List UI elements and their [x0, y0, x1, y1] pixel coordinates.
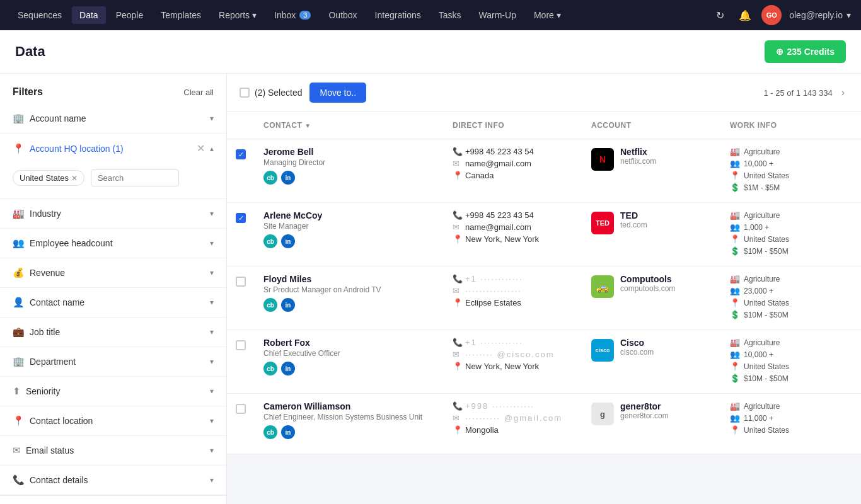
industry-icon-4: 🏭 — [730, 401, 740, 411]
nav-templates[interactable]: Templates — [153, 6, 209, 24]
nav-integrations[interactable]: Integrations — [367, 6, 429, 24]
refresh-icon[interactable]: ↻ — [711, 6, 729, 24]
account-domain-2: computools.com — [620, 284, 675, 293]
row-checkbox-0[interactable]: ✓ — [236, 149, 246, 159]
phone-line-1: 📞 +998 45 223 43 54 — [453, 210, 579, 220]
linkedin-icon-4[interactable]: in — [281, 425, 295, 439]
nav-tasks[interactable]: Tasks — [431, 6, 469, 24]
email-line-3: ✉ ········ @cisco.com — [453, 350, 579, 359]
nav-data[interactable]: Data — [72, 6, 106, 24]
seniority-arrow — [210, 387, 214, 396]
nav-outbox[interactable]: Outbox — [321, 6, 364, 24]
linkedin-icon-3[interactable]: in — [281, 362, 295, 375]
account-logo-4: g — [591, 403, 614, 425]
nav-reports[interactable]: Reports — [211, 6, 264, 24]
country-icon-3: 📍 — [730, 362, 740, 371]
more-dropdown-icon — [557, 10, 561, 20]
filter-contact-details[interactable]: 📞 Contact details — [0, 466, 226, 495]
phone-value-3: +1 ············ — [465, 338, 523, 347]
account-info-3: cisco Cisco cisco.com — [585, 338, 724, 362]
select-all-checkbox[interactable] — [240, 88, 250, 98]
headcount-line-2: 👥 23,000 + — [730, 286, 861, 295]
seniority-icon: ⬆ — [13, 386, 21, 397]
move-to-button[interactable]: Move to.. — [309, 83, 366, 103]
crunchbase-icon-4[interactable]: cb — [263, 425, 277, 439]
notification-icon[interactable]: 🔔 — [736, 6, 754, 24]
direct-info-0: 📞 +998 45 223 43 54 ✉ name@gmail.com 📍 C… — [446, 147, 585, 183]
row-checkbox-4[interactable] — [236, 404, 246, 414]
job-title-arrow — [210, 328, 214, 336]
country-value-1: United States — [744, 235, 789, 244]
next-page-button[interactable]: › — [838, 86, 848, 100]
filter-job-title[interactable]: 💼 Job title — [0, 318, 226, 347]
country-value-0: United States — [744, 171, 789, 180]
headcount-line-4: 👥 11,000 + — [730, 413, 861, 423]
contact-name-1: Arlene McCoy — [263, 210, 440, 220]
revenue-value-0: $1M - $5M — [744, 183, 780, 192]
nav-people[interactable]: People — [108, 6, 151, 24]
sidebar-header: Filters Clear all — [0, 74, 226, 104]
sidebar-footer: Save Apply — [0, 495, 226, 504]
filter-account-name[interactable]: 🏢 Account name — [0, 104, 226, 134]
table-row: ✓ Jerome Bell Managing Director cb in 📞 … — [227, 139, 861, 203]
nav-sequences[interactable]: Sequences — [10, 6, 69, 24]
filter-department[interactable]: 🏢 Department — [0, 347, 226, 377]
location-icon-3: 📍 — [453, 362, 461, 371]
account-logo-3: cisco — [591, 339, 614, 362]
crunchbase-icon-0[interactable]: cb — [263, 171, 277, 185]
filter-headcount[interactable]: 👥 Employee headcount — [0, 229, 226, 258]
social-icons-1: cb in — [263, 234, 440, 248]
filter-revenue[interactable]: 💰 Revenue — [0, 258, 226, 288]
nav-inbox[interactable]: Inbox 3 — [267, 6, 318, 24]
filter-contact-name[interactable]: 👤 Contact name — [0, 288, 226, 318]
linkedin-icon-0[interactable]: in — [281, 171, 295, 185]
row-checkbox-1[interactable]: ✓ — [236, 213, 246, 223]
table-row: Robert Fox Chief Executive Officer cb in… — [227, 330, 861, 394]
revenue-icon: 💰 — [13, 267, 25, 278]
filter-contact-location[interactable]: 📍 Contact location — [0, 406, 226, 436]
account-name-1: TED — [620, 210, 647, 220]
avatar[interactable]: GO — [761, 5, 782, 25]
location-search-input[interactable] — [91, 169, 179, 186]
direct-info-2: 📞 +1 ············ ✉ ················ 📍 E… — [446, 274, 585, 310]
row-checkbox-2[interactable] — [236, 277, 246, 287]
filter-seniority[interactable]: ⬆ Seniority — [0, 377, 226, 406]
th-direct-info: Direct info — [446, 117, 585, 134]
crunchbase-icon-1[interactable]: cb — [263, 234, 277, 248]
contact-details-icon: 📞 — [13, 474, 25, 486]
crunchbase-icon-2[interactable]: cb — [263, 298, 277, 312]
linkedin-icon-2[interactable]: in — [281, 298, 295, 312]
clear-all-button[interactable]: Clear all — [183, 88, 214, 97]
th-contact[interactable]: Contact ▼ — [257, 117, 446, 134]
location-tag-remove[interactable]: ✕ — [71, 174, 78, 183]
row-cb-1: ✓ — [227, 210, 257, 226]
filter-industry[interactable]: 🏭 Industry — [0, 199, 226, 229]
credits-button[interactable]: ⊕ 235 Credits — [765, 40, 846, 63]
country-icon-0: 📍 — [730, 171, 740, 180]
contact-info-4: Cameron Williamson Chief Engineer, Missi… — [257, 401, 446, 439]
row-checkbox-3[interactable] — [236, 340, 246, 350]
revenue-arrow — [210, 268, 214, 277]
contact-name-arrow — [210, 298, 214, 307]
email-status-icon: ✉ — [13, 445, 21, 456]
location-icon-1: 📍 — [453, 234, 461, 244]
sidebar-filters: Filters Clear all 🏢 Account name 📍 Accou… — [0, 74, 227, 504]
account-hq-clear[interactable]: ✕ — [197, 142, 205, 154]
phone-icon-1: 📞 — [453, 210, 461, 220]
user-dropdown-icon — [847, 10, 851, 20]
crunchbase-icon-3[interactable]: cb — [263, 362, 277, 375]
nav-more[interactable]: More — [526, 6, 569, 24]
user-menu[interactable]: oleg@reply.io — [789, 10, 851, 20]
filter-email-status[interactable]: ✉ Email status — [0, 436, 226, 466]
contact-info-2: Floyd Miles Sr Product Manager on Androi… — [257, 274, 446, 312]
filter-account-hq[interactable]: 📍 Account HQ location (1) ✕ — [0, 134, 226, 163]
nav-warmup[interactable]: Warm-Up — [471, 6, 524, 24]
email-icon-3: ✉ — [453, 350, 461, 359]
revenue-icon-1: 💲 — [730, 246, 740, 256]
headcount-line-0: 👥 10,000 + — [730, 159, 861, 168]
linkedin-icon-1[interactable]: in — [281, 234, 295, 248]
country-value-2: United States — [744, 299, 789, 307]
country-line-1: 📍 United States — [730, 234, 861, 244]
country-line-0: 📍 United States — [730, 171, 861, 180]
th-checkbox — [227, 117, 257, 134]
